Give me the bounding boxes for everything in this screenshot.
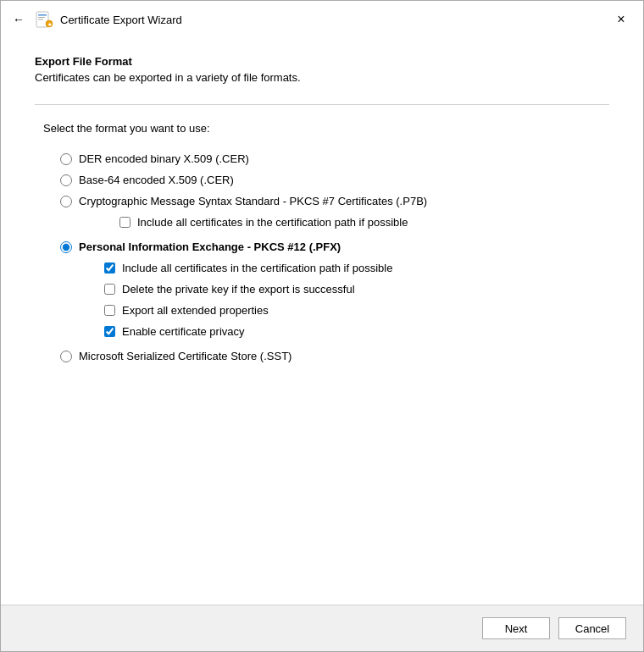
pfx-delete-key-checkbox[interactable] bbox=[104, 284, 115, 295]
pfx-include-all-label: Include all certificates in the certific… bbox=[122, 262, 392, 274]
certificate-icon: ★ bbox=[35, 10, 53, 29]
format-sst: Microsoft Serialized Certificate Store (… bbox=[60, 345, 609, 367]
cms-include-all-checkbox[interactable] bbox=[119, 217, 130, 228]
section-title: Export File Format bbox=[35, 55, 609, 68]
section-header: Export File Format Certificates can be e… bbox=[35, 55, 609, 84]
pfx-include-all-checkbox[interactable] bbox=[104, 262, 115, 274]
next-button[interactable]: Next bbox=[482, 617, 550, 639]
footer: Next Cancel bbox=[1, 605, 643, 651]
cms-include-all-option: Include all certificates in the certific… bbox=[60, 212, 609, 233]
pfx-delete-key-label: Delete the private key if the export is … bbox=[122, 283, 355, 296]
pfx-delete-key-option: Delete the private key if the export is … bbox=[104, 279, 609, 300]
format-cms-radio[interactable] bbox=[60, 196, 72, 207]
cancel-button[interactable]: Cancel bbox=[558, 617, 626, 639]
format-base64-label: Base-64 encoded X.509 (.CER) bbox=[79, 174, 234, 186]
format-sst-radio[interactable] bbox=[60, 351, 72, 362]
format-base64: Base-64 encoded X.509 (.CER) bbox=[60, 169, 609, 191]
format-pfx-label: Personal Information Exchange - PKCS #12… bbox=[79, 240, 341, 253]
pfx-suboptions: Include all certificates in the certific… bbox=[60, 257, 609, 342]
svg-rect-2 bbox=[38, 17, 45, 18]
format-der-radio[interactable] bbox=[60, 153, 72, 165]
wizard-window: ← ★ Certificate Export Wizard × Export F… bbox=[0, 0, 644, 652]
format-prompt: Select the format you want to use: bbox=[35, 122, 609, 135]
cms-include-all-label: Include all certificates in the certific… bbox=[137, 216, 408, 229]
format-pfx-radio[interactable] bbox=[60, 241, 72, 253]
svg-rect-1 bbox=[38, 14, 47, 16]
format-der: DER encoded binary X.509 (.CER) bbox=[60, 148, 609, 169]
pfx-export-props-label: Export all extended properties bbox=[122, 304, 269, 317]
format-sst-label: Microsoft Serialized Certificate Store (… bbox=[79, 350, 291, 362]
pfx-enable-privacy-option: Enable certificate privacy bbox=[104, 321, 609, 342]
format-base64-radio[interactable] bbox=[60, 174, 72, 186]
main-content: Export File Format Certificates can be e… bbox=[1, 38, 643, 605]
format-cms-label: Cryptographic Message Syntax Standard - … bbox=[79, 195, 427, 207]
pfx-enable-privacy-label: Enable certificate privacy bbox=[122, 325, 245, 338]
pfx-include-all-option: Include all certificates in the certific… bbox=[104, 257, 609, 279]
pfx-enable-privacy-checkbox[interactable] bbox=[104, 326, 115, 337]
format-cms: Cryptographic Message Syntax Standard - … bbox=[60, 191, 609, 212]
window-title: Certificate Export Wizard bbox=[60, 14, 182, 26]
close-button[interactable]: × bbox=[609, 8, 633, 31]
format-options: DER encoded binary X.509 (.CER) Base-64 … bbox=[35, 148, 609, 367]
format-pfx: Personal Information Exchange - PKCS #12… bbox=[60, 236, 609, 257]
divider bbox=[35, 104, 609, 105]
svg-rect-3 bbox=[38, 19, 43, 20]
pfx-export-props-option: Export all extended properties bbox=[104, 300, 609, 321]
title-bar: ← ★ Certificate Export Wizard × bbox=[1, 1, 643, 38]
back-button[interactable]: ← bbox=[9, 9, 28, 30]
format-der-label: DER encoded binary X.509 (.CER) bbox=[79, 152, 249, 165]
title-bar-left: ← ★ Certificate Export Wizard bbox=[9, 9, 182, 30]
pfx-export-props-checkbox[interactable] bbox=[104, 305, 115, 316]
section-description: Certificates can be exported in a variet… bbox=[35, 71, 609, 84]
